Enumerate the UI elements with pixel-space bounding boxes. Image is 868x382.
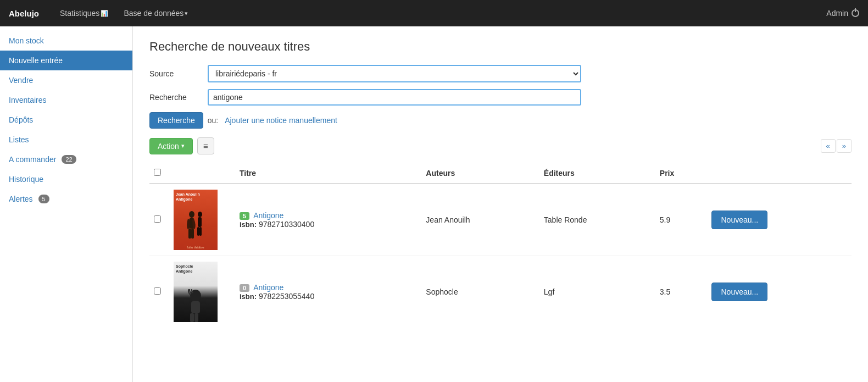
th-editeurs: Éditeurs	[539, 163, 655, 184]
dropdown-caret-icon: ▾	[185, 10, 188, 17]
svg-rect-9	[191, 301, 200, 313]
select-all-checkbox[interactable]	[154, 169, 161, 176]
action-row: Action ▾ ≡ « »	[149, 137, 852, 154]
buttons-row: Recherche ou: Ajouter une notice manuell…	[149, 112, 852, 129]
book-cover-sophocle: SophocleAntigone	[174, 262, 218, 322]
page-title: Recherche de nouveaux titres	[149, 40, 852, 54]
svg-rect-6	[197, 227, 199, 236]
alertes-badge: 5	[38, 195, 49, 203]
stats-bar-icon: 📊	[101, 10, 108, 17]
a-commander-badge: 22	[62, 155, 76, 164]
row-isbn: isbn: 9782710330400	[240, 220, 417, 229]
stock-badge-zero: 0	[240, 284, 249, 292]
table-row: SophocleAntigone	[149, 256, 852, 328]
sidebar-item-depots[interactable]: Dépôts	[0, 110, 132, 130]
sidebar-item-nouvelle-entree[interactable]: Nouvelle entrée	[0, 51, 132, 70]
source-row: Source librairiédeparis - fr	[149, 65, 852, 82]
row-prix-2: 3.5	[655, 256, 708, 328]
list-icon: ≡	[203, 141, 208, 151]
th-action	[707, 163, 852, 184]
source-label: Source	[149, 69, 199, 78]
ajouter-notice-link[interactable]: Ajouter une notice manuellement	[225, 116, 337, 125]
row-editeur-2: Lgf	[539, 256, 655, 328]
power-icon	[852, 9, 859, 17]
svg-rect-5	[198, 217, 202, 227]
row-author: Jean Anouilh	[421, 184, 539, 256]
sidebar-item-mon-stock[interactable]: Mon stock	[0, 31, 132, 51]
recherche-row: Recherche	[149, 89, 852, 106]
row-editeur: Table Ronde	[539, 184, 655, 256]
sidebar-item-inventaires[interactable]: Inventaires	[0, 90, 132, 110]
navbar-item-statistiques[interactable]: Statistiques 📊	[52, 0, 116, 26]
cover-bottom-label: folio théâtre	[174, 246, 218, 249]
svg-rect-7	[199, 227, 202, 236]
ou-text: ou:	[208, 116, 218, 125]
navbar-item-base-donnees[interactable]: Base de données ▾	[116, 0, 196, 26]
main-content: Recherche de nouveaux titres Source libr…	[133, 26, 868, 382]
row-checkbox-cell-2	[149, 256, 169, 328]
results-table: Titre Auteurs Éditeurs Prix Jean	[149, 163, 852, 328]
cover-silhouette	[185, 209, 206, 245]
book-cover-anouilh: Jean AnouilhAntigone	[174, 190, 218, 250]
svg-rect-10	[190, 313, 194, 322]
row-checkbox-2[interactable]	[154, 287, 161, 295]
th-cover	[169, 163, 235, 184]
row-prix: 5.9	[655, 184, 708, 256]
row-cover-cell: Jean AnouilhAntigone	[169, 184, 235, 256]
sidebar-item-historique[interactable]: Historique	[0, 169, 132, 189]
sidebar-item-listes[interactable]: Listes	[0, 130, 132, 150]
recherche-button[interactable]: Recherche	[149, 112, 203, 129]
row-action-cell: Nouveau...	[707, 184, 852, 256]
th-prix: Prix	[655, 163, 708, 184]
list-view-button[interactable]: ≡	[197, 137, 214, 154]
recherche-label: Recherche	[149, 93, 199, 102]
th-titre: Titre	[235, 163, 421, 184]
row-title: 5 Antigone	[240, 211, 417, 220]
row-action-cell-2: Nouveau...	[707, 256, 852, 328]
row-isbn-2: isbn: 9782253055440	[240, 292, 417, 301]
sidebar: Mon stock Nouvelle entrée Vendre Inventa…	[0, 26, 133, 382]
navbar-admin[interactable]: Admin	[826, 9, 859, 18]
th-checkbox	[149, 163, 169, 184]
row-cover-cell-2: SophocleAntigone	[169, 256, 235, 328]
action-button[interactable]: Action ▾	[149, 138, 193, 154]
navbar: Abelujo Statistiques 📊 Base de données ▾…	[0, 0, 868, 26]
isbn-label-2: isbn:	[240, 292, 257, 301]
th-auteurs: Auteurs	[421, 163, 539, 184]
layout: Mon stock Nouvelle entrée Vendre Inventa…	[0, 26, 868, 382]
row-title-cell-2: 0 Antigone isbn: 9782253055440	[235, 256, 421, 328]
isbn-value-2: 9782253055440	[259, 292, 314, 301]
next-page-button[interactable]: »	[837, 139, 852, 153]
row-author-2: Sophocle	[421, 256, 539, 328]
title-link-2[interactable]: Antigone	[253, 283, 283, 292]
svg-point-0	[189, 211, 194, 218]
sidebar-item-a-commander[interactable]: A commander 22	[0, 150, 132, 169]
svg-rect-2	[188, 229, 191, 239]
navbar-brand[interactable]: Abelujo	[9, 9, 39, 18]
row-checkbox[interactable]	[154, 215, 161, 223]
table-row: Jean AnouilhAntigone	[149, 184, 852, 256]
nouveau-button-2[interactable]: Nouveau...	[711, 283, 767, 301]
source-select[interactable]: librairiédeparis - fr	[208, 65, 581, 82]
svg-point-4	[198, 212, 202, 217]
cover-figure	[179, 289, 212, 322]
sidebar-item-alertes[interactable]: Alertes 5	[0, 189, 132, 209]
title-link[interactable]: Antigone	[253, 211, 283, 220]
table-header-row: Titre Auteurs Éditeurs Prix	[149, 163, 852, 184]
pagination: « »	[821, 139, 852, 153]
action-caret-icon: ▾	[181, 142, 185, 150]
prev-page-button[interactable]: «	[821, 139, 836, 153]
navbar-right: Admin	[826, 9, 859, 18]
row-title-2: 0 Antigone	[240, 283, 417, 292]
row-title-cell: 5 Antigone isbn: 9782710330400	[235, 184, 421, 256]
nouveau-button-1[interactable]: Nouveau...	[711, 211, 767, 229]
row-checkbox-cell	[149, 184, 169, 256]
svg-rect-11	[194, 313, 198, 322]
isbn-label: isbn:	[240, 220, 257, 229]
svg-rect-3	[191, 229, 194, 239]
isbn-value: 9782710330400	[259, 220, 314, 229]
recherche-input[interactable]	[208, 89, 581, 106]
stock-badge: 5	[240, 212, 249, 220]
sidebar-item-vendre[interactable]: Vendre	[0, 70, 132, 90]
